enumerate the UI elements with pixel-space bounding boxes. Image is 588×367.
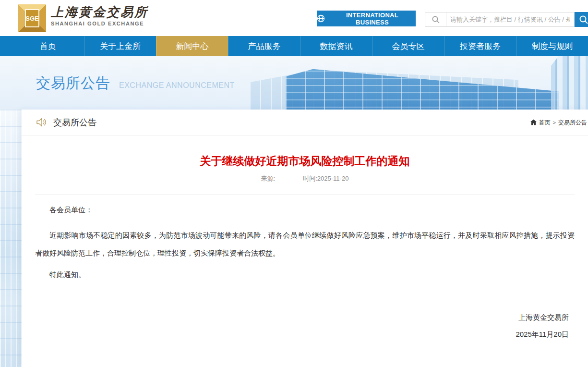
banner-building-tower: [551, 56, 588, 110]
speaker-icon: [36, 117, 48, 127]
article-source-label: 来源:: [261, 175, 276, 182]
brand-block: 上海黄金交易所 SHANGHAI GOLD EXCHANGE: [51, 5, 148, 26]
article: 关于继续做好近期市场风险控制工作的通知 来源:时间:2025-11-20 各会员…: [22, 154, 588, 339]
nav-item-about[interactable]: 关于上金所: [84, 36, 156, 56]
article-time-label: 时间:: [303, 175, 317, 182]
home-icon: [530, 120, 537, 125]
content-card: 交易所公告 首页 > 交易所公告 关于继续做好近期市场风险控制工作的通知 来源:…: [22, 110, 588, 367]
article-closing: 特此通知。: [35, 266, 575, 283]
nav-item-home[interactable]: 首页: [12, 36, 84, 56]
international-business-label: INTERNATIONAL BUSINESS: [329, 12, 416, 26]
search-box: [425, 12, 575, 27]
banner-title-english: EXCHANGE ANNOUNCEMENT: [119, 81, 235, 89]
article-title: 关于继续做好近期市场风险控制工作的通知: [35, 154, 575, 169]
nav-item-news-center[interactable]: 新闻中心: [156, 36, 228, 56]
nav-item-products[interactable]: 产品服务: [228, 36, 300, 56]
international-business-button[interactable]: INTERNATIONAL BUSINESS: [317, 11, 416, 26]
page-banner: 交易所公告 EXCHANGE ANNOUNCEMENT: [0, 56, 588, 110]
search-input[interactable]: [446, 12, 574, 26]
article-body: 各会员单位： 近期影响市场不稳定的因素较多，为防范市场波动可能带来的风险，请各会…: [35, 201, 575, 283]
sge-logo-monogram: SGE: [25, 9, 39, 27]
article-meta: 来源:时间:2025-11-20: [35, 174, 575, 183]
nav-spacer: [0, 36, 12, 56]
nav-item-rules[interactable]: 制度与规则: [516, 36, 588, 56]
search-icon: [425, 12, 446, 26]
article-paragraph: 近期影响市场不稳定的因素较多，为防范市场波动可能带来的风险，请各会员单位继续做好…: [35, 226, 575, 262]
article-time-value: 2025-11-20: [317, 175, 349, 182]
card-header: 交易所公告 首页 > 交易所公告: [22, 110, 588, 135]
brand-name-english: SHANGHAI GOLD EXCHANGE: [51, 21, 148, 26]
article-date: 2025年11月20日: [35, 330, 575, 339]
breadcrumb-separator: >: [553, 120, 556, 125]
article-divider: [35, 195, 575, 195]
article-signature: 上海黄金交易所: [35, 313, 575, 322]
breadcrumb-current: 交易所公告: [558, 118, 587, 126]
sge-logo[interactable]: SGE: [18, 4, 46, 32]
brand-name-chinese: 上海黄金交易所: [51, 5, 148, 19]
globe-icon: [317, 14, 325, 23]
site-header: SGE 上海黄金交易所 SHANGHAI GOLD EXCHANGE INTER…: [0, 0, 588, 36]
main-nav: 首页 关于上金所 新闻中心 产品服务 数据资讯 会员专区 投资者服务 制度与规则: [0, 36, 588, 56]
article-salutation: 各会员单位：: [35, 201, 575, 219]
breadcrumb-home-link[interactable]: 首页: [539, 118, 551, 126]
left-watermark-background: [0, 110, 22, 367]
nav-item-investor-services[interactable]: 投资者服务: [444, 36, 516, 56]
nav-item-members[interactable]: 会员专区: [372, 36, 444, 56]
section-title: 交易所公告: [53, 117, 96, 128]
search-submit-icon: [579, 15, 588, 24]
nav-item-data[interactable]: 数据资讯: [300, 36, 372, 56]
banner-title-chinese: 交易所公告: [36, 73, 110, 93]
breadcrumb: 首页 > 交易所公告: [530, 118, 587, 126]
search-submit-button[interactable]: [575, 12, 588, 27]
